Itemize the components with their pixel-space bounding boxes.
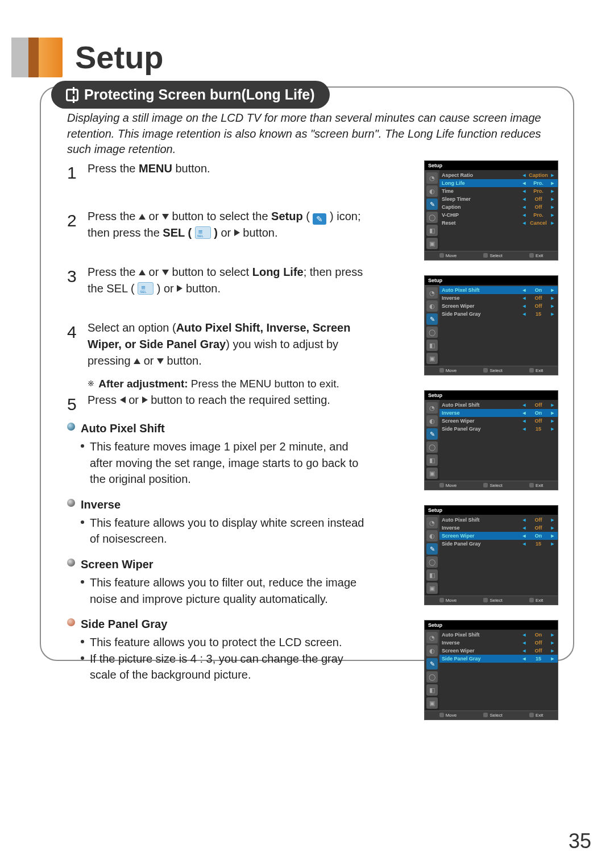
osd-side-icon: ◐ <box>426 415 438 427</box>
osd-footer-move: Move <box>439 598 457 603</box>
osd-row: V-CHIP◄Pro.► <box>439 211 558 219</box>
osd-side-icon: ◧ <box>426 340 438 351</box>
right-arrow-icon: ► <box>550 212 555 218</box>
osd-side-icon: ◔ <box>426 517 438 528</box>
osd-row: Screen Wiper◄Off► <box>439 417 558 425</box>
osd-side-icon: ◯ <box>426 212 438 223</box>
left-arrow-icon: ◄ <box>521 410 527 416</box>
osd-row: Inverse◄Off► <box>439 639 558 647</box>
left-arrow-icon: ◄ <box>521 648 527 654</box>
osd-side-icon: ✎ <box>426 199 438 210</box>
osd-side-icon: ◯ <box>426 441 438 453</box>
osd-row: Side Panel Gray◄15► <box>439 540 558 548</box>
osd-row: Screen Wiper◄Off► <box>439 647 558 655</box>
osd-row-value: 15 <box>527 311 550 317</box>
osd-row-value: 15 <box>527 541 550 547</box>
osd-sidebar: ◔◐✎◯◧▣ <box>425 170 439 251</box>
right-arrow-icon: ► <box>550 402 555 408</box>
osd-side-icon: ▣ <box>426 353 438 364</box>
osd-side-icon: ▣ <box>426 238 438 249</box>
right-arrow-icon: ► <box>550 180 555 186</box>
osd-row: Inverse◄On► <box>439 409 558 417</box>
features-list: Auto Pixel ShiftThis feature moves image… <box>67 420 368 692</box>
right-arrow-icon: ► <box>550 196 555 202</box>
osd-screenshot: Setup◔◐✎◯◧▣Auto Pixel Shift◄Off►Inverse◄… <box>424 390 558 490</box>
right-arrow-icon: ► <box>550 188 555 194</box>
step: 3Press the or button to select Long Life… <box>67 264 368 297</box>
osd-footer: MoveSelectExit <box>425 596 558 605</box>
right-arrow-icon: ► <box>550 172 555 178</box>
after-label: After adjustment: <box>98 378 188 390</box>
osd-row-label: Inverse <box>442 525 521 531</box>
step: 2Press the or button to select the Setup… <box>67 208 368 241</box>
reference-mark: ※ <box>88 379 94 388</box>
setup-icon <box>313 213 326 225</box>
right-arrow-icon: ► <box>550 648 555 654</box>
right-arrow-icon: ► <box>550 632 555 638</box>
feature-heading: Auto Pixel Shift <box>81 420 368 436</box>
osd-row-value: Off <box>527 204 550 210</box>
step-text: Press the or button to select the Setup … <box>88 208 368 241</box>
osd-side-icon: ◯ <box>426 556 438 568</box>
feature-body: This feature allows you to filter out, r… <box>90 574 368 607</box>
osd-row-value: Pro. <box>527 212 550 218</box>
osd-row: Caption◄Off► <box>439 203 558 211</box>
after-note: ※ After adjustment: Press the MENU butto… <box>88 378 339 390</box>
osd-sidebar: ◔◐✎◯◧▣ <box>425 285 439 366</box>
osd-footer-exit: Exit <box>529 598 543 603</box>
osd-row-value: Off <box>527 303 550 309</box>
left-arrow-icon: ◄ <box>521 303 527 309</box>
osd-row-label: Inverse <box>442 640 521 646</box>
right-arrow-icon: ► <box>550 418 555 424</box>
osd-side-icon: ◐ <box>426 185 438 197</box>
left-arrow-icon: ◄ <box>521 402 527 408</box>
osd-footer: MoveSelectExit <box>425 251 558 260</box>
osd-rows: Auto Pixel Shift◄Off►Inverse◄Off►Screen … <box>439 515 558 596</box>
osd-row-value: On <box>527 410 550 416</box>
osd-row-value: 15 <box>527 426 550 432</box>
step: 5Press or button to reach the required s… <box>67 392 368 417</box>
osd-row-label: Side Panel Gray <box>442 426 521 432</box>
osd-sidebar: ◔◐✎◯◧▣ <box>425 400 439 481</box>
step-number: 3 <box>67 264 88 297</box>
osd-row-label: Screen Wiper <box>442 303 521 309</box>
osd-row-value: Off <box>527 295 550 301</box>
osd-footer: MoveSelectExit <box>425 481 558 490</box>
feature: Side Panel GrayThis feature allows you t… <box>67 616 368 683</box>
osd-side-icon: ◧ <box>426 225 438 236</box>
osd-rows: Auto Pixel Shift◄On►Inverse◄Off►Screen W… <box>439 630 558 710</box>
osd-footer-exit: Exit <box>529 253 543 258</box>
osd-rows: Auto Pixel Shift◄On►Inverse◄Off►Screen W… <box>439 285 558 366</box>
osd-row: Inverse◄Off► <box>439 294 558 302</box>
left-arrow-icon: ◄ <box>521 632 527 638</box>
feature-body: This feature allows you to display white… <box>90 515 368 547</box>
left-arrow-icon: ◄ <box>521 640 527 646</box>
osd-footer-move: Move <box>439 713 457 718</box>
sel-icon <box>195 226 211 239</box>
osd-row: Auto Pixel Shift◄Off► <box>439 516 558 524</box>
step-text: Press the MENU button. <box>88 160 368 185</box>
osd-footer-select: Select <box>483 253 502 258</box>
osd-footer-select: Select <box>483 598 502 603</box>
right-arrow-icon: ► <box>550 220 555 226</box>
pill-heading: Protecting Screen burn(Long Life) <box>84 86 315 103</box>
page: Setup Protecting Screen burn(Long Life) … <box>0 0 614 868</box>
osd-rows: Aspect Ratio◄Caption►Long Life◄Pro.►Time… <box>439 170 558 251</box>
osd-footer-select: Select <box>483 713 502 718</box>
osd-row-label: Screen Wiper <box>442 533 521 539</box>
right-arrow-icon: ► <box>550 525 555 531</box>
content-frame: Protecting Screen burn(Long Life) Displa… <box>40 86 574 661</box>
osd-row-value: Off <box>527 517 550 523</box>
section-title: Setup <box>75 39 164 76</box>
osd-row-label: Sleep Timer <box>442 196 521 202</box>
osd-row-value: Pro. <box>527 188 550 194</box>
osd-side-icon: ▣ <box>426 697 438 709</box>
right-arrow-icon: ► <box>550 410 555 416</box>
osd-side-icon: ✎ <box>426 428 438 440</box>
osd-row-label: Side Panel Gray <box>442 541 521 547</box>
osd-row-value: On <box>527 287 550 293</box>
osd-row: Sleep Timer◄Off► <box>439 195 558 203</box>
osd-footer-select: Select <box>483 368 502 373</box>
osd-screenshot: Setup◔◐✎◯◧▣Auto Pixel Shift◄Off►Inverse◄… <box>424 505 558 605</box>
osd-row: Screen Wiper◄Off► <box>439 302 558 310</box>
